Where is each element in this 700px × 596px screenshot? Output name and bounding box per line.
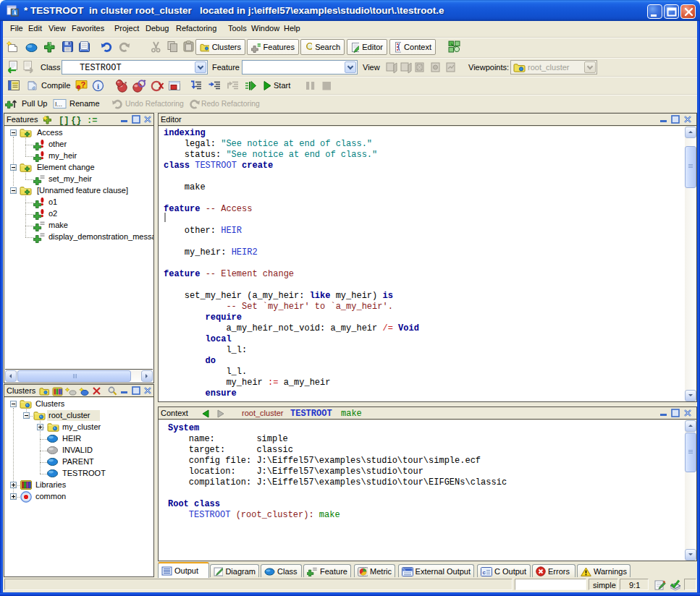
svg-text:i: i [97,82,99,90]
svg-text:{}: {} [71,116,81,125]
svg-text:I...: I... [55,101,62,108]
svg-text:?: ? [81,80,86,89]
svg-text:c: c [483,569,486,575]
svg-text:[]: [] [59,116,69,125]
svg-text:>_: >_ [403,568,408,572]
svg-text::=: := [87,116,97,125]
